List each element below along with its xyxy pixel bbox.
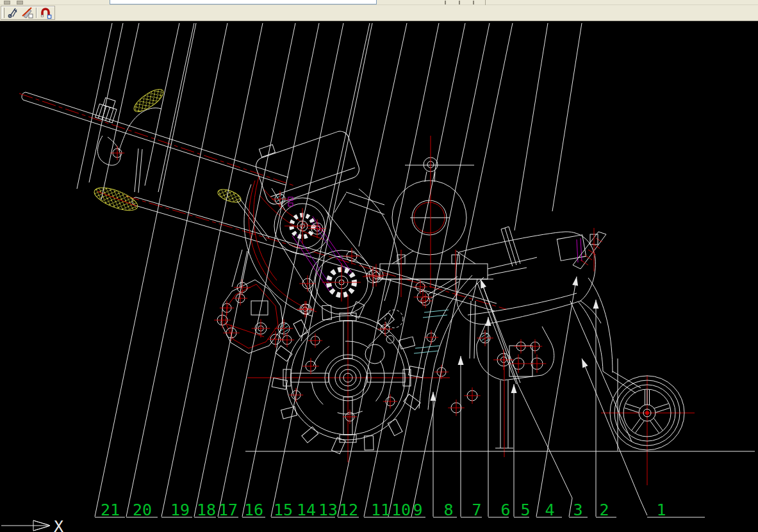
handle-grip xyxy=(92,183,141,215)
pencil-off-icon xyxy=(21,6,34,19)
transport-wheel xyxy=(601,375,695,485)
callout-4[interactable]: 4 xyxy=(545,501,554,519)
callout-label-4[interactable]: 4 xyxy=(545,501,554,519)
ucs-icon: X xyxy=(1,517,63,532)
draw-toggle-off-button[interactable] xyxy=(21,6,35,19)
object-snap-magnet-button[interactable] xyxy=(38,6,53,19)
callout-leaders xyxy=(95,23,705,517)
leader-fan-lines xyxy=(77,23,582,341)
dimension-tool-button[interactable] xyxy=(6,6,21,19)
callout-3[interactable]: 3 xyxy=(573,501,582,519)
callout-5[interactable]: 5 xyxy=(520,501,530,519)
cad-drawing: 212019181716151413121110987654321 X xyxy=(0,21,758,532)
callout-label-8[interactable]: 8 xyxy=(443,501,453,519)
top-toolbar-partial xyxy=(0,0,758,5)
callout-label-19[interactable]: 19 xyxy=(170,501,190,519)
callout-label-17[interactable]: 17 xyxy=(218,501,238,519)
callout-label-1[interactable]: 1 xyxy=(656,501,666,519)
fuel-tank xyxy=(251,120,361,213)
callout-18[interactable]: 18 xyxy=(197,501,216,519)
command-combobox-partial[interactable] xyxy=(110,0,377,4)
callout-label-2[interactable]: 2 xyxy=(599,501,609,519)
callout-label-10[interactable]: 10 xyxy=(391,501,411,519)
toolbar-stub-icon xyxy=(17,1,23,4)
callout-label-14[interactable]: 14 xyxy=(297,501,316,519)
ucs-axis-label: X xyxy=(54,517,63,532)
toolbar-mark xyxy=(473,1,474,4)
callout-11[interactable]: 11 xyxy=(371,501,390,519)
callout-label-18[interactable]: 18 xyxy=(197,501,216,519)
callout-label-13[interactable]: 13 xyxy=(318,501,338,519)
toolbar-separator xyxy=(36,8,37,18)
tiller-wheel xyxy=(247,294,450,462)
dimension-tool-icon xyxy=(7,6,20,19)
sprocket-lower xyxy=(322,263,361,302)
callout-label-7[interactable]: 7 xyxy=(472,501,481,519)
callout-label-21[interactable]: 21 xyxy=(101,501,120,519)
toolbar-panel xyxy=(1,6,55,20)
cad-application-window: 212019181716151413121110987654321 X xyxy=(0,0,758,532)
callout-label-11[interactable]: 11 xyxy=(371,501,390,519)
callout-label-9[interactable]: 9 xyxy=(413,501,422,519)
callout-14[interactable]: 14 xyxy=(297,501,316,519)
callout-9[interactable]: 9 xyxy=(413,501,422,519)
callout-15[interactable]: 15 xyxy=(274,501,293,519)
callout-12[interactable]: 12 xyxy=(339,501,358,519)
callout-label-16[interactable]: 16 xyxy=(244,501,263,519)
callout-label-15[interactable]: 15 xyxy=(274,501,293,519)
callout-label-12[interactable]: 12 xyxy=(339,501,358,519)
throttle-grip xyxy=(216,187,242,205)
callout-19[interactable]: 19 xyxy=(170,501,190,519)
callout-label-3[interactable]: 3 xyxy=(573,501,582,519)
toolbar-drag-handle[interactable] xyxy=(3,8,4,18)
callout-10[interactable]: 10 xyxy=(391,501,411,519)
callout-label-20[interactable]: 20 xyxy=(133,501,152,519)
handlebar-upper xyxy=(19,85,296,193)
handlebar-lower xyxy=(92,183,506,311)
callout-2[interactable]: 2 xyxy=(599,501,609,519)
callout-16[interactable]: 16 xyxy=(244,501,263,519)
callout-numbers: 212019181716151413121110987654321 xyxy=(101,501,666,519)
callout-label-6[interactable]: 6 xyxy=(500,501,510,519)
engine-block xyxy=(244,177,400,346)
clutch-lever-grip xyxy=(131,85,167,115)
toolbar-separator xyxy=(485,0,486,5)
toolbar-mark xyxy=(445,1,446,4)
callout-7[interactable]: 7 xyxy=(472,501,481,519)
sprocket-upper xyxy=(284,208,320,244)
callout-1[interactable]: 1 xyxy=(656,501,666,519)
toolbar-stub-icon xyxy=(4,1,10,4)
toolbar xyxy=(0,5,758,21)
magnet-icon xyxy=(39,6,52,19)
callout-label-5[interactable]: 5 xyxy=(520,501,530,519)
callout-6[interactable]: 6 xyxy=(500,501,510,519)
callout-20[interactable]: 20 xyxy=(133,501,152,519)
toolbar-mark xyxy=(459,1,460,4)
drawing-canvas[interactable]: 212019181716151413121110987654321 X xyxy=(0,21,758,532)
callout-8[interactable]: 8 xyxy=(443,501,453,519)
callout-17[interactable]: 17 xyxy=(218,501,238,519)
callout-13[interactable]: 13 xyxy=(318,501,338,519)
callout-21[interactable]: 21 xyxy=(101,501,120,519)
